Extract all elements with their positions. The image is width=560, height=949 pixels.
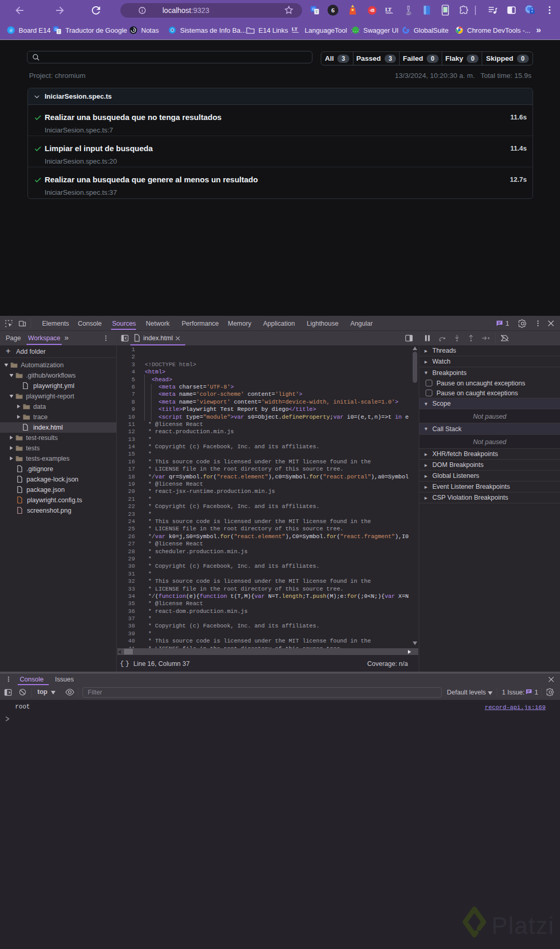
- svg-text:‹B: ‹B: [370, 8, 375, 13]
- svg-text:{...}: {...}: [351, 29, 360, 33]
- svg-text:LT: LT: [385, 7, 392, 12]
- svg-text:LT: LT: [292, 26, 297, 32]
